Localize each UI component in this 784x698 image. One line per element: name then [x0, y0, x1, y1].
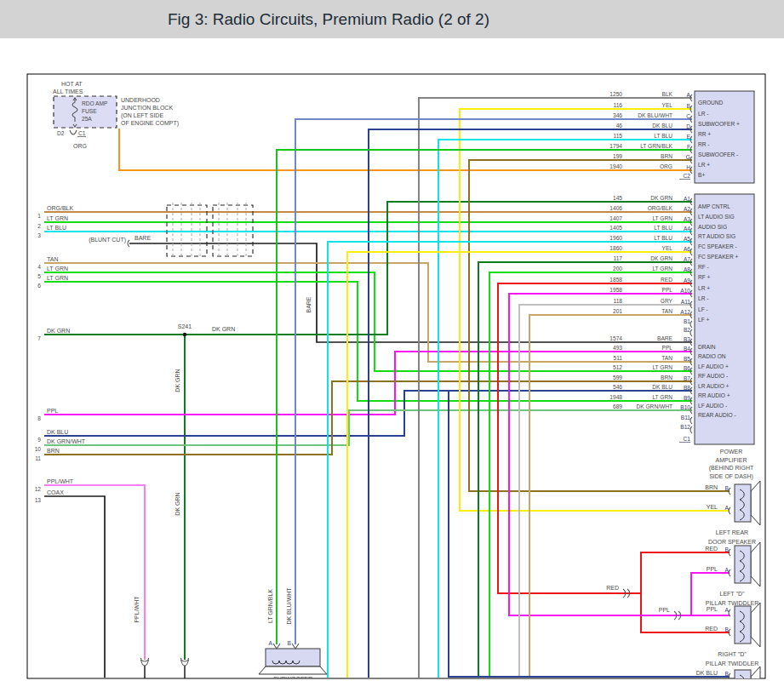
wire-color-label: LT BLU — [654, 225, 672, 231]
wire-color-label: PPL — [662, 287, 673, 293]
fuse-conn-c1[interactable]: C1 — [78, 130, 86, 136]
wire-color-label: LT BLU — [654, 133, 672, 139]
junction-block-label-2: JUNCTION BLOCK — [121, 105, 173, 111]
left-row-wire-label: DK GRN/WHT — [47, 438, 86, 444]
wiring-diagram: Fig 3: Radio Circuits, Premium Radio (2 … — [0, 0, 784, 698]
subwoofer-pin-letter: B — [288, 640, 292, 646]
pin-function-label: AUDIO SIG — [698, 224, 727, 230]
speaker-label: RIGHT "D" — [718, 651, 747, 657]
connector-id[interactable]: C2 — [684, 173, 691, 179]
speaker-label: PILLAR TWIDDLER — [706, 661, 759, 667]
pin-function-label: GROUND — [698, 100, 724, 106]
pin-letter: B8 — [684, 385, 690, 391]
left-row-wire-label: DK GRN — [47, 328, 70, 334]
pin-letter: C — [686, 113, 690, 119]
wire-color-label: LT BLU — [654, 235, 672, 241]
wire-color-label: PPL — [662, 345, 673, 351]
wire-color-label: BRN — [661, 375, 672, 380]
pin-letter: B9 — [684, 395, 690, 401]
wire-circuit-number: 546 — [613, 384, 622, 390]
org-wire-label: ORG — [73, 143, 87, 149]
wire-circuit-number: 1958 — [609, 287, 622, 293]
speaker-label: PILLAR TWIDDLER — [706, 600, 759, 606]
junction-block-label-3: (ON LEFT SIDE — [121, 112, 163, 119]
wire-circuit-number: 689 — [613, 403, 622, 409]
subwoofer-base-icon — [259, 667, 327, 674]
pin-letter: B12 — [680, 424, 690, 430]
pin-function-label: FC SPEAKER + — [698, 254, 739, 260]
wire-circuit-number: 116 — [613, 102, 622, 108]
power-amp-caption: SIDE OF DASH) — [709, 473, 753, 480]
diagram-border — [27, 74, 765, 678]
left-row-number: 8 — [37, 415, 41, 421]
pin-letter: B10 — [680, 404, 690, 410]
wire-color-label: DK BLU — [652, 123, 672, 129]
pin-function-label: LR + — [698, 162, 710, 168]
wire-color-label: ORG — [660, 163, 672, 169]
pin-letter: H — [686, 164, 690, 170]
wire-color-label: BARE — [657, 335, 673, 341]
pin-letter: G — [686, 154, 690, 160]
pin-letter: D — [686, 123, 690, 129]
inline-connector-label: RED — [606, 585, 619, 591]
speaker-label: LEFT REAR — [716, 529, 748, 535]
splice-dot — [183, 333, 186, 336]
pin-function-label: RR AUDIO + — [698, 392, 730, 398]
pin-function-label: FC SPEAKER - — [698, 243, 737, 249]
wire-color-label: BRN — [661, 153, 672, 159]
pin-letter: A8 — [684, 266, 690, 272]
wire-circuit-number: 117 — [613, 255, 622, 261]
pin-letter: E — [687, 134, 691, 140]
power-amp-caption: (BEHIND RIGHT — [709, 465, 754, 472]
wire-color-label: RED — [661, 277, 672, 283]
wire-color-label: DK GRN — [650, 195, 672, 201]
pin-function-label: LT AUDIO SIG — [698, 214, 735, 220]
pin-function-label: B+ — [698, 172, 705, 178]
pin-function-label: SUBWOOFER + — [698, 121, 740, 127]
pin-function-label: LF + — [698, 317, 710, 323]
pin-letter: A2 — [684, 206, 690, 212]
connector-id[interactable]: C1 — [684, 436, 691, 442]
pin-function-label: DRAIN — [698, 344, 716, 350]
blunt-cut-label: (BLUNT CUT) — [89, 237, 126, 243]
speaker-box-icon — [735, 484, 751, 522]
speaker-wire-color-label: RED — [705, 626, 718, 632]
wire-circuit-number: 599 — [613, 375, 622, 380]
wire-color-label: LT GRN — [652, 394, 672, 400]
wire-circuit-number: 201 — [613, 308, 622, 314]
pin-function-label: LF - — [698, 306, 708, 312]
pin-function-label: LF AUDIO + — [698, 363, 729, 369]
power-amp-caption: AMPLIFIER — [716, 457, 747, 463]
speaker-label: LEFT "D" — [720, 591, 745, 597]
pin-letter: B4 — [684, 346, 690, 352]
subwoofer-pin-letter: A — [269, 640, 273, 646]
pin-letter: B5 — [684, 356, 690, 362]
speaker-wire-color-label: PPL — [707, 606, 718, 612]
vertical-wire-label: PPL/WHT — [134, 596, 140, 623]
wire-circuit-number: 46 — [616, 123, 623, 129]
pin-function-label: REAR AUDIO - — [698, 412, 736, 418]
pin-function-label: RR + — [698, 131, 711, 137]
vertical-wire-label: BARE — [306, 296, 312, 312]
left-row-wire-label: PPL — [47, 408, 58, 414]
left-row-number: 1 — [37, 213, 41, 219]
pin-letter: B3 — [684, 336, 690, 342]
pin-letter: A7 — [684, 256, 690, 262]
wire-circuit-number: 1858 — [609, 277, 622, 283]
subwoofer-box-icon — [266, 649, 320, 667]
wire-circuit-number: 1406 — [609, 205, 622, 211]
left-row-wire-label: BRN — [47, 448, 60, 454]
wire-circuit-number: 346 — [613, 112, 622, 118]
left-row-wire-label: PPL/WHT — [47, 478, 74, 484]
vertical-wire-label: DK BLU/WHT — [286, 587, 292, 625]
pin-function-label: LR AUDIO + — [698, 383, 730, 389]
pin-function-label: RR - — [698, 141, 710, 147]
pin-letter: A12 — [680, 309, 690, 315]
speaker-wire-color-label: YEL — [707, 504, 718, 510]
junction-block-label-4: OF ENGINE COMPT) — [121, 120, 179, 127]
wire-circuit-number: 118 — [613, 298, 622, 304]
wire-circuit-number: 1960 — [609, 235, 622, 241]
junction-block-label-1: UNDERHOOD — [121, 97, 160, 103]
pin-letter: A11 — [681, 299, 691, 305]
pin-letter: A1 — [684, 196, 690, 202]
